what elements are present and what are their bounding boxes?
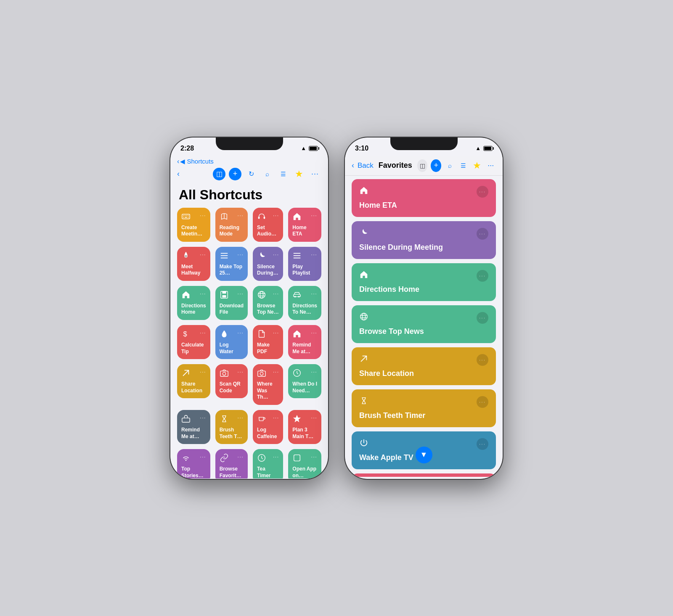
tile-more-dots[interactable]: ··· [237, 251, 244, 258]
fav-more-dots[interactable]: ··· [477, 438, 488, 450]
favorites-item[interactable]: ··· Silence During Meeting [352, 221, 496, 259]
tile-top: ··· [181, 251, 206, 262]
tile-more-dots[interactable]: ··· [273, 290, 279, 297]
favorites-item[interactable]: ··· Directions Home [352, 263, 496, 301]
tile-label: Log Caffeine [257, 427, 279, 440]
tile-more-dots[interactable]: ··· [311, 329, 317, 336]
fav-more-dots[interactable]: ··· [477, 354, 488, 366]
shortcut-tile[interactable]: ··· Browse Favorit… [215, 449, 248, 478]
shortcut-tile[interactable]: ··· Directions Home [177, 286, 210, 320]
fav-more-dots[interactable]: ··· [477, 312, 488, 324]
shortcut-tile[interactable]: ··· Plan 3 Main T… [288, 410, 321, 444]
favorites-item[interactable]: ··· Browse Top News [352, 305, 496, 343]
tile-top: ··· [220, 212, 244, 223]
tile-top: ··· [292, 290, 317, 301]
tile-more-dots[interactable]: ··· [200, 290, 206, 297]
shortcut-tile[interactable]: ··· Top Stories… [177, 449, 210, 478]
shortcut-tile[interactable]: ··· Share Location [177, 364, 210, 398]
tile-icon [257, 414, 266, 425]
tile-more-dots[interactable]: ··· [237, 414, 244, 421]
back-label-1[interactable]: ◀ Shortcuts [180, 158, 214, 165]
tile-more-dots[interactable]: ··· [273, 453, 279, 460]
tile-more-dots[interactable]: ··· [200, 212, 206, 219]
tile-more-dots[interactable]: ··· [273, 251, 279, 258]
fav-item-top: ··· [359, 186, 488, 198]
add-icon-2[interactable]: + [431, 159, 441, 172]
tile-more-dots[interactable]: ··· [311, 453, 317, 460]
shortcut-tile[interactable]: ··· Silence During… [253, 247, 283, 281]
svg-point-21 [258, 291, 265, 299]
shortcut-tile[interactable]: ··· Reading Mode [215, 208, 248, 242]
fav-more-dots[interactable]: ··· [477, 228, 488, 240]
tile-more-dots[interactable]: ··· [273, 368, 279, 375]
refresh-icon-1[interactable]: ↻ [245, 168, 257, 180]
tile-more-dots[interactable]: ··· [311, 368, 317, 375]
fav-more-dots[interactable]: ··· [477, 186, 488, 198]
tile-more-dots[interactable]: ··· [311, 251, 317, 258]
tile-top: $ ··· [181, 329, 206, 340]
add-icon-1[interactable]: + [229, 168, 241, 180]
favorites-item[interactable]: ··· Share Location [352, 347, 496, 385]
tile-more-dots[interactable]: ··· [273, 414, 279, 421]
more-icon-1[interactable]: ··· [309, 168, 321, 180]
tile-more-dots[interactable]: ··· [237, 453, 244, 460]
shortcut-tile[interactable]: ··· Remind Me at… [177, 410, 210, 444]
list-icon-1[interactable]: ☰ [277, 168, 289, 180]
fav-more-dots[interactable]: ··· [477, 396, 488, 408]
shortcut-tile[interactable]: ··· Open App on… [288, 449, 321, 478]
tile-more-dots[interactable]: ··· [200, 453, 206, 460]
tile-more-dots[interactable]: ··· [273, 329, 279, 336]
back-button-1[interactable]: ‹ [177, 169, 180, 178]
search-icon-1[interactable]: ⌕ [261, 168, 273, 180]
tile-more-dots[interactable]: ··· [200, 368, 206, 375]
shortcut-tile[interactable]: ··· Create Meetin… [177, 208, 210, 242]
tile-more-dots[interactable]: ··· [200, 329, 206, 336]
shortcut-tile[interactable]: $ ··· Calculate Tip [177, 325, 210, 359]
shortcut-tile[interactable]: ··· Directions To Ne… [288, 286, 321, 320]
star-icon-1[interactable]: ★ [293, 168, 305, 180]
tile-more-dots[interactable]: ··· [200, 414, 206, 421]
tile-more-dots[interactable]: ··· [237, 329, 244, 336]
shortcut-tile[interactable]: ··· Log Water [215, 325, 248, 359]
fav-more-dots[interactable]: ··· [477, 270, 488, 282]
shortcut-tile[interactable]: ··· Play Playlist [288, 247, 321, 281]
tile-top: ··· [257, 368, 279, 379]
shortcut-tile[interactable]: ··· When Do I Need… [288, 364, 321, 398]
layers-icon-1[interactable]: ◫ [213, 168, 225, 180]
favorites-item[interactable]: ··· Brush Teeth Timer [352, 389, 496, 427]
shortcut-tile[interactable]: ··· Remind Me at… [288, 325, 321, 359]
list-icon-2[interactable]: ☰ [458, 159, 469, 172]
tile-more-dots[interactable]: ··· [311, 212, 317, 219]
more-icon-2[interactable]: ··· [486, 159, 496, 172]
favorites-item[interactable]: ··· Home ETA [352, 179, 496, 217]
shortcut-tile[interactable]: ··· Download File [215, 286, 248, 320]
tile-more-dots[interactable]: ··· [237, 212, 244, 219]
shortcut-tile[interactable]: ··· Brush Teeth T… [215, 410, 248, 444]
tile-icon [292, 414, 302, 425]
tile-more-dots[interactable]: ··· [311, 414, 317, 421]
shortcut-tile[interactable]: ··· Meet Halfway [177, 247, 210, 281]
back-label-2[interactable]: Back [358, 161, 374, 170]
favorites-item[interactable]: ··· [352, 473, 496, 477]
star-icon-2[interactable]: ★ [472, 159, 482, 172]
shortcut-tile[interactable]: ··· Set Audio… [253, 208, 283, 242]
down-arrow-button[interactable]: ▼ [416, 447, 432, 463]
shortcut-tile[interactable]: ··· Tea Timer [253, 449, 283, 478]
tile-more-dots[interactable]: ··· [237, 368, 244, 375]
shortcut-tile[interactable]: ··· Home ETA [288, 208, 321, 242]
shortcut-tile[interactable]: ··· Scan QR Code [215, 364, 248, 398]
shortcut-tile[interactable]: ··· Log Caffeine [253, 410, 283, 444]
tile-icon [181, 251, 191, 262]
tile-more-dots[interactable]: ··· [273, 212, 279, 219]
shortcut-tile[interactable]: ··· Browse Top Ne… [253, 286, 283, 320]
layers-icon-2[interactable]: ◫ [417, 159, 428, 172]
favorites-item[interactable]: ··· Wake Apple TV ▼ [352, 431, 496, 469]
tile-more-dots[interactable]: ··· [237, 290, 244, 297]
shortcut-tile[interactable]: ··· Make Top 25… [215, 247, 248, 281]
shortcut-tile[interactable]: ··· Where Was Th… [253, 364, 283, 405]
tile-more-dots[interactable]: ··· [311, 290, 317, 297]
search-icon-2[interactable]: ⌕ [445, 159, 455, 172]
shortcut-tile[interactable]: ··· Make PDF [253, 325, 283, 359]
tile-more-dots[interactable]: ··· [200, 251, 206, 258]
shortcuts-back[interactable]: ‹ ◀ Shortcuts [170, 156, 328, 165]
